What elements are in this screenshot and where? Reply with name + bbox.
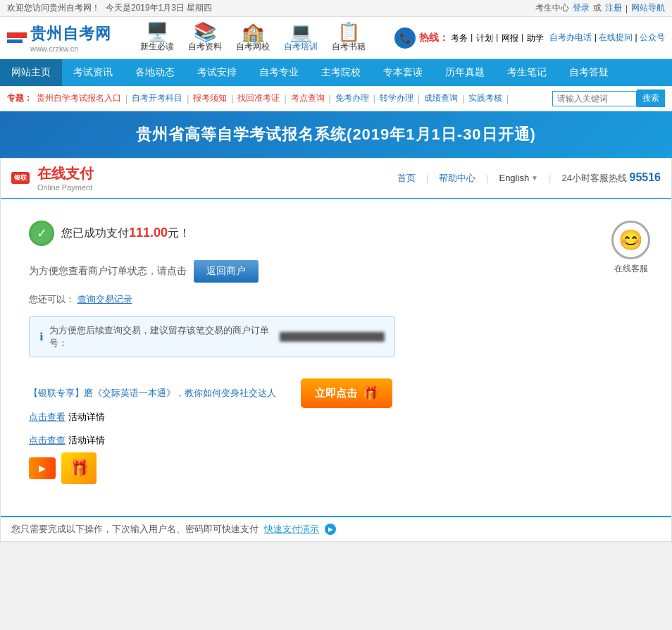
link-notice[interactable]: 报考须知 (193, 92, 227, 104)
nav-freshmen[interactable]: 🖥️ 新生必读 (140, 23, 174, 53)
promo1-button[interactable]: 立即点击 🎁 (301, 378, 392, 408)
promo1-btn-label: 立即点击 (315, 387, 357, 400)
nav-item-schedule[interactable]: 考试安排 (186, 59, 248, 86)
bottom-bar: 您只需要完成以下操作，下次输入用户名、密码即可快速支付 快速支付演示 ▶ (1, 516, 671, 541)
language-dropdown[interactable]: English ▼ (499, 173, 538, 183)
unionpay-badge: 银联 (11, 172, 30, 184)
nav-books[interactable]: 📋 自考书籍 (332, 23, 366, 53)
top-bar: 欢迎您访问贵州自考网！ 今天是2019年1月3日 星期四 考生中心 登录 或 注… (0, 0, 672, 17)
promo1-detail-row: 点击查看 活动详情 (29, 411, 105, 424)
nav-item-college[interactable]: 主考院校 (310, 59, 372, 86)
info-box: ℹ 为方便您后续查询交易，建议留存该笔交易的商户订单号： 2██████████… (29, 316, 395, 357)
hotline-text: 热线： 考务丨计划丨网报丨助学 (419, 32, 544, 44)
gift-box-icon: 🎁 (61, 452, 97, 484)
nav-item-news[interactable]: 考试资讯 (62, 59, 124, 86)
action-label: 为方便您查看商户订单状态，请点击 (29, 265, 187, 278)
nav-item-past-exams[interactable]: 历年真题 (434, 59, 496, 86)
nav-materials[interactable]: 📚 自考资料 (188, 23, 222, 53)
payment-home-link[interactable]: 首页 (397, 172, 416, 185)
training-label: 自考培训 (284, 41, 318, 53)
language-label: English (499, 173, 529, 183)
payment-header: 银联 在线支付 Online Payment 首页 | 帮助中心 | Engli… (1, 159, 671, 198)
logo-icon (7, 32, 27, 43)
top-bar-left: 欢迎您访问贵州自考网！ 今天是2019年1月3日 星期四 (7, 2, 212, 14)
promo-item-1: 【银联专享】磨《交际英语一本通》，教你如何变身社交达人 立即点击 🎁 点击查看 … (29, 378, 643, 424)
nav-item-notes[interactable]: 考生笔记 (496, 59, 558, 86)
site-banner: 贵州省高等自学考试报名系统(2019年1月1日-30日开通) (0, 111, 672, 158)
payment-header-right: 首页 | 帮助中心 | English ▼ | 24小时客服热线 95516 (397, 171, 661, 185)
site-nav-link[interactable]: 网站导航 (631, 2, 665, 14)
logo-bar-blue (7, 39, 23, 43)
login-link[interactable]: 登录 (573, 2, 590, 14)
service-face-icon: 😊 (611, 221, 650, 259)
link-practice[interactable]: 实践考核 (468, 92, 502, 104)
online-service: 😊 在线客服 (611, 221, 650, 275)
action-row: 为方便您查看商户订单状态，请点击 返回商户 (29, 260, 643, 283)
promo1-text: 【银联专享】磨《交际英语一本通》，教你如何变身社交达人 (29, 387, 276, 400)
online-question-link[interactable]: 在线提问 (599, 32, 633, 42)
promo1-content: 【银联专享】磨《交际英语一本通》，教你如何变身社交达人 立即点击 🎁 (29, 378, 392, 408)
nav-item-qa[interactable]: 自考答疑 (558, 59, 620, 86)
hotline-label: 热线： (419, 32, 449, 43)
register-link[interactable]: 注册 (605, 2, 622, 14)
link-subjects[interactable]: 自考开考科目 (132, 92, 182, 104)
link-exam-query[interactable]: 考点查询 (291, 92, 325, 104)
hotline-area: 📞 热线： 考务丨计划丨网报丨助学 自考办电话 | 在线提问 | 公众号 (394, 27, 665, 49)
unionpay-logo: 银联 在线支付 Online Payment (11, 164, 94, 192)
unionpay-sub: Online Payment (37, 183, 94, 192)
fast-pay-demo-link[interactable]: 快速支付演示 (264, 523, 319, 536)
payment-wrapper: 银联 在线支付 Online Payment 首页 | 帮助中心 | Engli… (0, 158, 672, 542)
public-account-link[interactable]: 公众号 (640, 32, 665, 42)
link-admit-card[interactable]: 找回准考证 (237, 92, 280, 104)
search-input[interactable] (552, 91, 637, 106)
promo2-btn-row: ▶ 🎁 (29, 452, 643, 484)
promo1-detail-label: 活动详情 (68, 412, 105, 422)
welcome-text: 欢迎您访问贵州自考网！ (7, 2, 100, 14)
hotline-24-label: 24小时客服热线 95516 (561, 171, 661, 185)
promo1-title: 【银联专享】磨《交际英语一本通》，教你如何变身社交达人 (29, 388, 276, 398)
office-phone-link[interactable]: 自考办电话 (549, 32, 592, 42)
payment-content: 😊 在线客服 ✓ 您已成功支付111.00元！ 为方便您查看商户订单状态，请点击… (1, 199, 671, 516)
nav-item-regional[interactable]: 各地动态 (124, 59, 186, 86)
promo1-detail-link[interactable]: 点击查看 (29, 412, 66, 422)
hotline-number: 95516 (630, 171, 661, 183)
nav-school[interactable]: 🏫 自考网校 (236, 23, 270, 53)
info-text: 为方便您后续查询交易，建议留存该笔交易的商户订单号： (49, 324, 274, 350)
promo2-detail-link[interactable]: 点击查查 (29, 435, 66, 445)
bottom-text: 您只需要完成以下操作，下次输入用户名、密码即可快速支付 (11, 523, 259, 536)
return-button[interactable]: 返回商户 (194, 260, 259, 283)
query-label: 您还可以： (29, 294, 75, 304)
promo-item-2: 点击查查 活动详情 ▶ 🎁 (29, 434, 643, 484)
top-bar-right: 考生中心 登录 或 注册 | 网站导航 (535, 2, 665, 14)
materials-label: 自考资料 (188, 41, 222, 53)
nav-item-home[interactable]: 网站主页 (0, 59, 62, 86)
link-scores[interactable]: 成绩查询 (424, 92, 458, 104)
banner-text: 贵州省高等自学考试报名系统(2019年1月1日-30日开通) (136, 125, 536, 143)
link-signup[interactable]: 贵州自学考试报名入口 (37, 92, 121, 104)
books-label: 自考书籍 (332, 41, 366, 53)
books-icon: 📋 (337, 23, 360, 41)
play-button[interactable]: ▶ (325, 524, 336, 535)
query-transaction-link[interactable]: 查询交易记录 (77, 294, 132, 304)
success-text: 您已成功支付111.00元！ (61, 226, 190, 241)
promo2-button[interactable]: ▶ (29, 457, 56, 479)
hotline-items: 考务丨计划丨网报丨助学 (451, 33, 544, 43)
query-row: 您还可以： 查询交易记录 (29, 293, 643, 306)
freshmen-icon: 🖥️ (146, 23, 168, 41)
promo2-content: 点击查查 活动详情 ▶ 🎁 (29, 434, 643, 484)
play-icon: ▶ (328, 526, 333, 533)
info-icon: ℹ (39, 331, 44, 343)
search-box: 搜索 (552, 89, 665, 107)
payment-help-link[interactable]: 帮助中心 (439, 172, 475, 185)
link-exemption[interactable]: 免考办理 (335, 92, 369, 104)
link-transfer[interactable]: 转学办理 (380, 92, 413, 104)
nav-item-package[interactable]: 专本套读 (372, 59, 434, 86)
date-text: 今天是2019年1月3日 星期四 (106, 2, 212, 14)
promo2-detail-label: 活动详情 (68, 435, 105, 445)
search-button[interactable]: 搜索 (637, 89, 665, 107)
site-url: www.crzkw.cn (30, 44, 111, 53)
special-nav-label: 专题： (7, 92, 32, 104)
nav-item-major[interactable]: 自考专业 (248, 59, 310, 86)
nav-training[interactable]: 💻 自考培训 (284, 23, 318, 53)
success-icon: ✓ (29, 221, 54, 246)
